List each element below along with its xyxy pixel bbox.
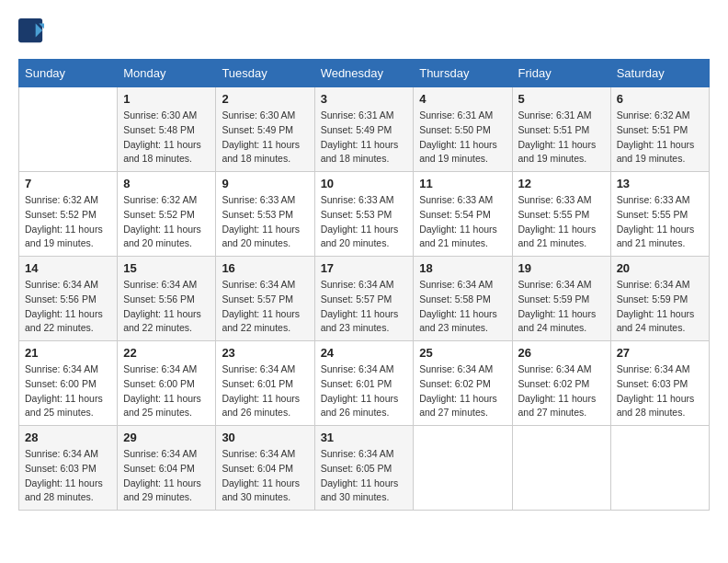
day-number: 2 [222, 92, 308, 106]
day-number: 5 [518, 92, 605, 106]
calendar-cell [414, 426, 512, 511]
weekday-header-friday: Friday [512, 60, 610, 87]
day-info: Sunrise: 6:31 AMSunset: 5:50 PMDaylight:… [419, 109, 506, 167]
day-info: Sunrise: 6:34 AMSunset: 6:03 PMDaylight:… [25, 447, 111, 505]
calendar-cell: 13Sunrise: 6:33 AMSunset: 5:55 PMDayligh… [610, 172, 709, 257]
day-info: Sunrise: 6:34 AMSunset: 6:01 PMDaylight:… [321, 362, 408, 420]
day-info: Sunrise: 6:34 AMSunset: 6:00 PMDaylight:… [123, 362, 210, 420]
day-number: 8 [123, 177, 210, 190]
weekday-header-tuesday: Tuesday [216, 60, 314, 87]
day-info: Sunrise: 6:34 AMSunset: 5:57 PMDaylight:… [222, 278, 308, 336]
day-number: 6 [617, 92, 703, 106]
day-number: 4 [419, 92, 506, 106]
day-number: 18 [419, 261, 506, 275]
day-info: Sunrise: 6:31 AMSunset: 5:49 PMDaylight:… [321, 109, 408, 167]
day-info: Sunrise: 6:32 AMSunset: 5:51 PMDaylight:… [617, 109, 703, 167]
weekday-header-sunday: Sunday [19, 60, 118, 87]
day-number: 1 [123, 92, 210, 106]
calendar-cell: 6Sunrise: 6:32 AMSunset: 5:51 PMDaylight… [610, 87, 709, 172]
calendar-cell: 10Sunrise: 6:33 AMSunset: 5:53 PMDayligh… [314, 172, 414, 257]
day-number: 22 [123, 346, 210, 360]
day-number: 16 [222, 261, 308, 275]
calendar-cell: 26Sunrise: 6:34 AMSunset: 6:02 PMDayligh… [512, 341, 610, 426]
calendar-cell: 20Sunrise: 6:34 AMSunset: 5:59 PMDayligh… [610, 257, 709, 341]
day-number: 13 [617, 177, 703, 190]
calendar-week-4: 21Sunrise: 6:34 AMSunset: 6:00 PMDayligh… [19, 341, 710, 426]
weekday-header-thursday: Thursday [414, 60, 512, 87]
day-number: 20 [617, 261, 703, 275]
day-info: Sunrise: 6:33 AMSunset: 5:53 PMDaylight:… [321, 193, 408, 251]
day-info: Sunrise: 6:32 AMSunset: 5:52 PMDaylight:… [123, 193, 210, 251]
calendar-cell: 2Sunrise: 6:30 AMSunset: 5:49 PMDaylight… [216, 87, 314, 172]
day-number: 3 [321, 92, 408, 106]
day-info: Sunrise: 6:34 AMSunset: 6:05 PMDaylight:… [321, 447, 408, 505]
calendar-cell: 15Sunrise: 6:34 AMSunset: 5:56 PMDayligh… [118, 257, 216, 341]
calendar-cell [610, 426, 709, 511]
day-number: 15 [123, 261, 210, 275]
day-info: Sunrise: 6:34 AMSunset: 5:59 PMDaylight:… [617, 278, 703, 336]
calendar-header-row: SundayMondayTuesdayWednesdayThursdayFrid… [19, 60, 710, 87]
logo [18, 18, 48, 44]
calendar-week-2: 7Sunrise: 6:32 AMSunset: 5:52 PMDaylight… [19, 172, 710, 257]
calendar-cell: 31Sunrise: 6:34 AMSunset: 6:05 PMDayligh… [314, 426, 414, 511]
calendar-cell: 29Sunrise: 6:34 AMSunset: 6:04 PMDayligh… [118, 426, 216, 511]
calendar-cell: 22Sunrise: 6:34 AMSunset: 6:00 PMDayligh… [118, 341, 216, 426]
day-info: Sunrise: 6:33 AMSunset: 5:53 PMDaylight:… [222, 193, 308, 251]
calendar-cell: 24Sunrise: 6:34 AMSunset: 6:01 PMDayligh… [314, 341, 414, 426]
calendar-cell [512, 426, 610, 511]
calendar-cell: 7Sunrise: 6:32 AMSunset: 5:52 PMDaylight… [19, 172, 118, 257]
weekday-header-wednesday: Wednesday [314, 60, 414, 87]
day-info: Sunrise: 6:34 AMSunset: 6:00 PMDaylight:… [25, 362, 111, 420]
calendar-cell: 21Sunrise: 6:34 AMSunset: 6:00 PMDayligh… [19, 341, 118, 426]
calendar-cell: 27Sunrise: 6:34 AMSunset: 6:03 PMDayligh… [610, 341, 709, 426]
calendar-week-5: 28Sunrise: 6:34 AMSunset: 6:03 PMDayligh… [19, 426, 710, 511]
calendar-cell: 23Sunrise: 6:34 AMSunset: 6:01 PMDayligh… [216, 341, 314, 426]
day-info: Sunrise: 6:34 AMSunset: 5:58 PMDaylight:… [419, 278, 506, 336]
day-number: 25 [419, 346, 506, 360]
day-number: 29 [123, 431, 210, 444]
day-number: 30 [222, 431, 308, 444]
day-number: 10 [321, 177, 408, 190]
day-number: 23 [222, 346, 308, 360]
calendar-cell: 3Sunrise: 6:31 AMSunset: 5:49 PMDaylight… [314, 87, 414, 172]
weekday-header-monday: Monday [118, 60, 216, 87]
day-number: 27 [617, 346, 703, 360]
calendar-cell: 1Sunrise: 6:30 AMSunset: 5:48 PMDaylight… [118, 87, 216, 172]
day-info: Sunrise: 6:33 AMSunset: 5:54 PMDaylight:… [419, 193, 506, 251]
day-number: 7 [25, 177, 111, 190]
calendar-cell: 16Sunrise: 6:34 AMSunset: 5:57 PMDayligh… [216, 257, 314, 341]
day-number: 9 [222, 177, 308, 190]
day-number: 26 [518, 346, 605, 360]
day-number: 14 [25, 261, 111, 275]
day-info: Sunrise: 6:34 AMSunset: 5:57 PMDaylight:… [321, 278, 408, 336]
day-info: Sunrise: 6:34 AMSunset: 5:59 PMDaylight:… [518, 278, 605, 336]
calendar-cell: 25Sunrise: 6:34 AMSunset: 6:02 PMDayligh… [414, 341, 512, 426]
weekday-header-saturday: Saturday [610, 60, 709, 87]
day-number: 19 [518, 261, 605, 275]
calendar-cell: 18Sunrise: 6:34 AMSunset: 5:58 PMDayligh… [414, 257, 512, 341]
page-header [18, 18, 710, 44]
calendar-week-3: 14Sunrise: 6:34 AMSunset: 5:56 PMDayligh… [19, 257, 710, 341]
day-number: 24 [321, 346, 408, 360]
calendar-cell: 12Sunrise: 6:33 AMSunset: 5:55 PMDayligh… [512, 172, 610, 257]
day-number: 17 [321, 261, 408, 275]
calendar-cell: 19Sunrise: 6:34 AMSunset: 5:59 PMDayligh… [512, 257, 610, 341]
day-info: Sunrise: 6:34 AMSunset: 6:04 PMDaylight:… [123, 447, 210, 505]
day-info: Sunrise: 6:34 AMSunset: 6:02 PMDaylight:… [419, 362, 506, 420]
day-info: Sunrise: 6:30 AMSunset: 5:49 PMDaylight:… [222, 109, 308, 167]
calendar-cell: 8Sunrise: 6:32 AMSunset: 5:52 PMDaylight… [118, 172, 216, 257]
calendar-cell: 28Sunrise: 6:34 AMSunset: 6:03 PMDayligh… [19, 426, 118, 511]
calendar-cell: 9Sunrise: 6:33 AMSunset: 5:53 PMDaylight… [216, 172, 314, 257]
day-number: 28 [25, 431, 111, 444]
day-number: 12 [518, 177, 605, 190]
day-info: Sunrise: 6:32 AMSunset: 5:52 PMDaylight:… [25, 193, 111, 251]
day-info: Sunrise: 6:31 AMSunset: 5:51 PMDaylight:… [518, 109, 605, 167]
calendar-table: SundayMondayTuesdayWednesdayThursdayFrid… [18, 59, 710, 511]
day-number: 11 [419, 177, 506, 190]
calendar-cell: 17Sunrise: 6:34 AMSunset: 5:57 PMDayligh… [314, 257, 414, 341]
day-info: Sunrise: 6:34 AMSunset: 6:02 PMDaylight:… [518, 362, 605, 420]
day-info: Sunrise: 6:33 AMSunset: 5:55 PMDaylight:… [518, 193, 605, 251]
day-info: Sunrise: 6:30 AMSunset: 5:48 PMDaylight:… [123, 109, 210, 167]
day-number: 31 [321, 431, 408, 444]
calendar-cell [19, 87, 118, 172]
